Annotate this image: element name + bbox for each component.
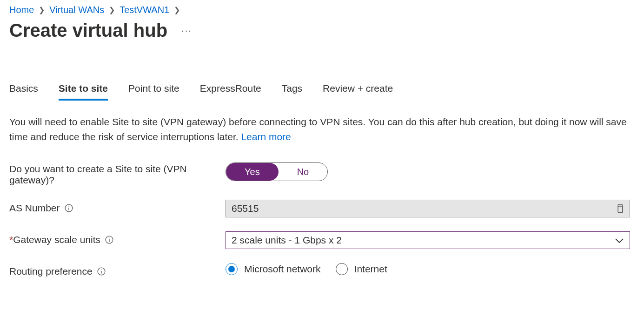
- tab-expressroute[interactable]: ExpressRoute: [200, 83, 261, 101]
- tab-tags[interactable]: Tags: [282, 83, 302, 101]
- title-row: Create virtual hub ···: [9, 20, 635, 41]
- radio-label: Internet: [354, 263, 387, 275]
- description-text: You will need to enable Site to site (VP…: [9, 116, 627, 142]
- svg-point-2: [68, 206, 69, 206]
- as-number-field: 65515: [226, 200, 630, 217]
- breadcrumb-home[interactable]: Home: [9, 5, 34, 15]
- radio-microsoft-network[interactable]: Microsoft network: [226, 263, 321, 275]
- as-number-label: AS Number: [9, 203, 60, 214]
- tab-review-create[interactable]: Review + create: [323, 83, 393, 101]
- breadcrumb-virtual-wans[interactable]: Virtual WANs: [49, 5, 104, 15]
- required-marker: *: [9, 234, 13, 245]
- toggle-no[interactable]: No: [279, 163, 328, 181]
- tabs: Basics Site to site Point to site Expres…: [9, 83, 635, 101]
- toggle-yes[interactable]: Yes: [226, 163, 279, 181]
- radio-circle-icon: [336, 263, 348, 275]
- copy-icon[interactable]: [616, 204, 624, 213]
- chevron-right-icon: ❯: [39, 6, 45, 14]
- routing-pref-label: Routing preference: [9, 266, 93, 277]
- chevron-right-icon: ❯: [109, 6, 115, 14]
- tab-site-to-site[interactable]: Site to site: [59, 83, 108, 101]
- svg-point-9: [101, 269, 101, 270]
- page-title: Create virtual hub: [9, 20, 167, 41]
- learn-more-link[interactable]: Learn more: [241, 131, 291, 142]
- gateway-scale-label: Gateway scale units: [13, 234, 100, 245]
- tab-description: You will need to enable Site to site (VP…: [9, 115, 632, 144]
- gateway-scale-select[interactable]: 2 scale units - 1 Gbps x 2: [226, 231, 630, 249]
- radio-circle-icon: [226, 263, 238, 275]
- radio-label: Microsoft network: [244, 263, 321, 275]
- chevron-down-icon: [615, 235, 624, 246]
- info-icon[interactable]: [97, 267, 106, 276]
- radio-internet[interactable]: Internet: [336, 263, 387, 275]
- chevron-right-icon: ❯: [174, 6, 180, 14]
- gateway-scale-value: 2 scale units - 1 Gbps x 2: [232, 235, 342, 246]
- create-gateway-label: Do you want to create a Site to site (VP…: [9, 163, 226, 186]
- svg-rect-3: [618, 206, 623, 212]
- more-actions-icon[interactable]: ···: [181, 25, 192, 36]
- create-gateway-toggle: Yes No: [226, 162, 328, 181]
- info-icon[interactable]: [65, 204, 73, 212]
- breadcrumb-testvwan1[interactable]: TestVWAN1: [120, 5, 169, 15]
- svg-point-6: [109, 237, 109, 238]
- tab-point-to-site[interactable]: Point to site: [128, 83, 179, 101]
- breadcrumb: Home ❯ Virtual WANs ❯ TestVWAN1 ❯: [9, 5, 635, 15]
- routing-pref-radio-group: Microsoft network Internet: [226, 263, 630, 275]
- tab-basics[interactable]: Basics: [9, 83, 38, 101]
- info-icon[interactable]: [105, 236, 113, 244]
- as-number-value: 65515: [232, 203, 259, 214]
